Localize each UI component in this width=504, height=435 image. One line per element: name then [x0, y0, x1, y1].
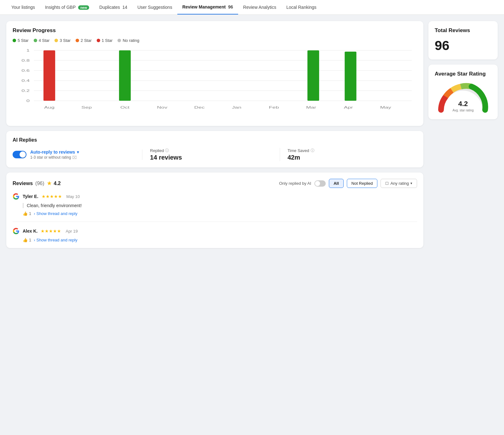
nav-review-management[interactable]: Review Management 96: [177, 0, 238, 14]
svg-text:0: 0: [26, 99, 30, 103]
thumbs-up-icon: 👍: [23, 211, 28, 216]
filter-rating-icon: ☐: [385, 181, 389, 186]
dot-4star: [34, 39, 37, 42]
time-saved-value: 42m: [288, 154, 410, 161]
bar-mar: [307, 50, 319, 101]
chart-legend: 5 Star 4 Star 3 Star 2 Star 1 Star: [13, 38, 417, 43]
svg-text:Jan: Jan: [232, 105, 241, 109]
chevron-right-icon: ›: [34, 238, 35, 242]
review-date: Apr 19: [66, 229, 77, 234]
svg-text:May: May: [380, 105, 392, 109]
svg-text:0.2: 0.2: [21, 89, 30, 93]
avg-star-rating-card: Average Star Rating 4.2: [428, 65, 498, 119]
ai-toggle-section: Auto-reply to reviews ▾ 1-3 star or with…: [13, 150, 142, 160]
replied-stat: Replied ⓘ 14 reviews: [142, 148, 280, 161]
review-management-count: 96: [228, 4, 233, 9]
total-reviews-value: 96: [435, 38, 491, 53]
only-ai-toggle[interactable]: [314, 180, 326, 187]
svg-text:Avg. star rating: Avg. star rating: [452, 109, 473, 112]
thumb-count: 👍 1: [23, 238, 31, 242]
reviewer-name: Tyler E.: [23, 194, 38, 199]
show-thread-button[interactable]: › Show thread and reply: [34, 238, 77, 242]
chart-svg: 1 0.8 0.6 0.4 0.2 0 Aug Sep Oct: [13, 47, 417, 120]
time-saved-stat: Time Saved ⓘ 42m: [280, 148, 417, 161]
svg-text:Sep: Sep: [81, 105, 92, 109]
svg-text:0.4: 0.4: [21, 79, 30, 82]
review-date: May 10: [66, 194, 80, 199]
duplicates-count: 14: [123, 5, 128, 10]
nav-duplicates[interactable]: Duplicates 14: [94, 0, 132, 14]
svg-text:1: 1: [26, 48, 30, 52]
legend-4star: 4 Star: [34, 38, 50, 43]
bar-oct: [119, 50, 131, 101]
gauge-container: 4.2 Avg. star rating: [435, 82, 491, 113]
review-item: Tyler E. ★★★★★ May 10 Clean, friendly en…: [13, 193, 417, 222]
reviewer-row: Tyler E. ★★★★★ May 10: [13, 193, 417, 200]
filter-any-rating-button[interactable]: ☐ Any rating ▾: [381, 179, 417, 188]
nav-your-listings[interactable]: Your listings: [6, 0, 40, 14]
google-icon: [13, 228, 20, 234]
dot-5star: [13, 39, 16, 42]
auto-reply-toggle[interactable]: [13, 151, 26, 158]
nav-insights-gbp[interactable]: Insights of GBP new: [40, 0, 94, 14]
legend-5star: 5 Star: [13, 38, 29, 43]
legend-norating: No rating: [117, 38, 139, 43]
replied-value: 14 reviews: [150, 154, 272, 161]
svg-text:Nov: Nov: [157, 105, 167, 109]
right-column: Total Reviews 96 Average Star Rating: [428, 21, 498, 248]
auto-reply-label[interactable]: Auto-reply to reviews ▾: [30, 150, 79, 155]
review-stars: ★★★★★: [42, 194, 62, 199]
left-column: Review Progress 5 Star 4 Star 3 Star 2 S…: [6, 21, 423, 248]
reviews-filter-row: Only replied by AI All Not Replied ☐ Any…: [279, 179, 417, 188]
filter-all-button[interactable]: All: [329, 179, 344, 188]
review-actions: 👍 1 › Show thread and reply: [23, 238, 417, 242]
ai-replies-title: AI Replies: [13, 137, 417, 143]
bar-apr: [345, 52, 356, 101]
reviews-header: Reviews (96) ★ 4.2 Only replied by AI Al…: [13, 179, 417, 188]
review-progress-title: Review Progress: [13, 27, 417, 34]
reviews-card: Reviews (96) ★ 4.2 Only replied by AI Al…: [6, 172, 423, 248]
legend-1star: 1 Star: [97, 38, 113, 43]
chart-container: 1 0.8 0.6 0.4 0.2 0 Aug Sep Oct: [13, 47, 417, 120]
show-thread-button[interactable]: › Show thread and reply: [34, 211, 77, 216]
chevron-down-icon: ▾: [410, 181, 412, 185]
nav-local-rankings[interactable]: Local Rankings: [281, 0, 322, 14]
only-ai-toggle-knob: [315, 181, 320, 186]
reviews-title: Reviews (96) ★ 4.2: [13, 180, 61, 186]
dot-norating: [117, 39, 121, 42]
review-actions: 👍 1 › Show thread and reply: [23, 211, 417, 216]
auto-reply-sub: 1-3 star or without rating ⌧: [30, 155, 79, 160]
chevron-right-icon: ›: [34, 211, 35, 216]
ai-replies-card: AI Replies Auto-reply to reviews ▾ 1-3 s…: [6, 131, 423, 167]
top-navigation: Your listings Insights of GBP new Duplic…: [0, 0, 504, 15]
svg-text:0.6: 0.6: [21, 69, 30, 72]
google-icon: [13, 193, 20, 200]
total-reviews-card: Total Reviews 96: [428, 21, 498, 59]
dot-2star: [76, 39, 79, 42]
reviews-star-icon: ★: [47, 180, 51, 186]
svg-text:4.2: 4.2: [458, 100, 468, 108]
svg-text:Aug: Aug: [44, 105, 54, 109]
new-badge: new: [78, 5, 89, 10]
review-text: Clean, friendly environment!: [23, 203, 417, 208]
review-stars: ★★★★★: [41, 229, 61, 234]
total-reviews-title: Total Reviews: [435, 27, 491, 34]
time-saved-info-icon[interactable]: ⓘ: [311, 148, 314, 153]
dot-3star: [54, 39, 58, 42]
replied-info-icon[interactable]: ⓘ: [165, 148, 169, 153]
thumbs-up-icon: 👍: [23, 238, 28, 242]
filter-not-replied-button[interactable]: Not Replied: [347, 179, 378, 188]
reviews-list: Tyler E. ★★★★★ May 10 Clean, friendly en…: [13, 193, 417, 248]
legend-2star: 2 Star: [76, 38, 92, 43]
reviewer-row: Alex K. ★★★★★ Apr 19: [13, 228, 417, 234]
nav-review-analytics[interactable]: Review Analytics: [238, 0, 281, 14]
review-item: Alex K. ★★★★★ Apr 19 👍 1 › Show thread a…: [13, 222, 417, 248]
svg-text:Apr: Apr: [344, 105, 353, 109]
toggle-knob: [20, 151, 26, 158]
auto-reply-info: Auto-reply to reviews ▾ 1-3 star or with…: [30, 150, 79, 160]
svg-text:0.8: 0.8: [21, 59, 30, 62]
avg-star-rating-title: Average Star Rating: [435, 71, 491, 77]
nav-user-suggestions[interactable]: User Suggestions: [132, 0, 177, 14]
main-content: Review Progress 5 Star 4 Star 3 Star 2 S…: [0, 15, 504, 254]
bar-aug: [43, 50, 55, 101]
